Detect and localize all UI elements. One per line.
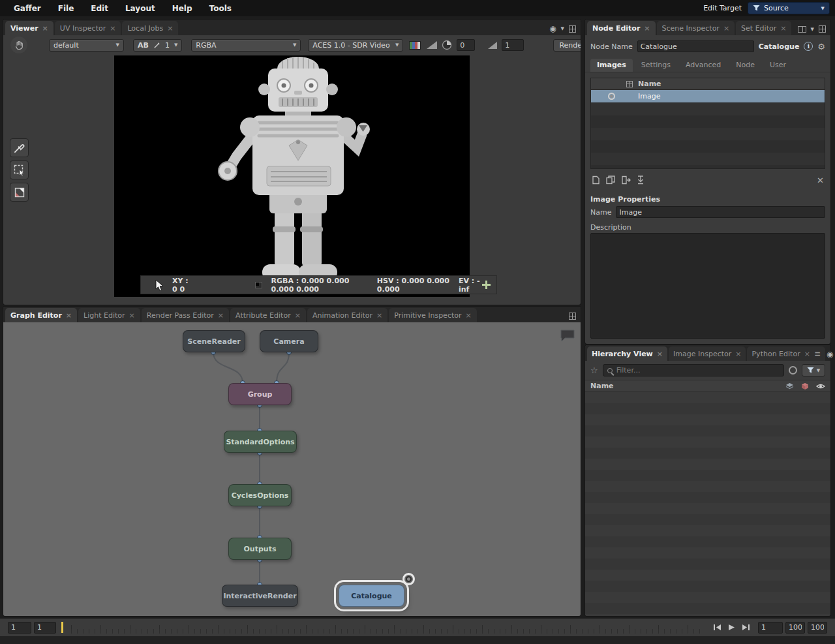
pan-tool-button[interactable] (10, 37, 27, 54)
frame-ruler[interactable] (71, 622, 705, 634)
split-layout-icon[interactable] (798, 26, 806, 33)
node-cyclesoptions[interactable]: CyclesOptions (228, 484, 292, 506)
export-image-icon[interactable] (621, 176, 631, 185)
subtab-images[interactable]: Images (590, 59, 633, 72)
close-icon[interactable]: × (644, 25, 650, 32)
image-row-selected[interactable]: Image (591, 90, 825, 102)
subtab-settings[interactable]: Settings (635, 59, 677, 72)
graph-canvas[interactable]: SceneReader Camera Group StandardOptions… (3, 322, 581, 616)
gamma-gradient-icon[interactable] (488, 42, 497, 49)
channels-select[interactable]: RGBA▼ (191, 39, 301, 52)
menu-tools[interactable]: Tools (201, 4, 240, 13)
new-image-icon[interactable] (592, 176, 600, 185)
geometry-column-icon[interactable] (785, 382, 794, 390)
add-readout-icon[interactable] (482, 281, 489, 289)
close-icon[interactable]: × (735, 350, 741, 358)
close-icon[interactable]: × (723, 25, 729, 32)
skip-to-start-button[interactable] (712, 622, 723, 633)
node-name-field[interactable] (637, 40, 754, 52)
extract-image-icon[interactable] (637, 176, 645, 185)
annotation-bubble-icon[interactable] (560, 329, 575, 342)
compare-index-button[interactable]: 1 (165, 41, 170, 50)
timeline-start2-field[interactable] (34, 622, 56, 634)
tab-hierarchy-view[interactable]: Hierarchy View× (587, 346, 667, 361)
exposure-gradient-icon[interactable] (427, 41, 437, 49)
tab-primitive-inspector[interactable]: Primitive Inspector× (389, 308, 476, 322)
render-button[interactable]: Render (553, 39, 581, 52)
menu-help[interactable]: Help (164, 4, 201, 13)
tab-local-jobs[interactable]: Local Jobs× (122, 21, 178, 35)
close-icon[interactable]: × (110, 25, 115, 32)
tab-light-editor[interactable]: Light Editor× (78, 308, 140, 322)
close-icon[interactable]: × (42, 25, 48, 32)
current-frame-field[interactable] (758, 622, 783, 634)
color-picker-tool[interactable] (10, 138, 29, 157)
close-icon[interactable]: × (218, 312, 224, 319)
layout-grid-icon[interactable] (569, 313, 576, 320)
tab-attribute-editor[interactable]: Attribute Editor× (230, 308, 306, 322)
close-icon[interactable]: × (129, 312, 135, 319)
exposure-field[interactable] (457, 39, 475, 51)
render-column-icon[interactable] (801, 382, 809, 390)
tab-render-pass-editor[interactable]: Render Pass Editor× (142, 308, 229, 322)
subtab-advanced[interactable]: Advanced (679, 59, 727, 72)
close-icon[interactable]: × (804, 350, 810, 358)
ab-compare-button[interactable]: AB (138, 41, 149, 50)
filter-mode-button[interactable]: ▼ (802, 364, 825, 376)
tab-image-inspector[interactable]: Image Inspector× (669, 346, 746, 361)
histogram-tool[interactable] (10, 183, 29, 202)
node-camera[interactable]: Camera (260, 330, 318, 352)
edit-target-selector[interactable]: Source ▼ (748, 2, 830, 14)
node-catalogue-selected[interactable]: Catalogue (339, 585, 404, 607)
refresh-icon[interactable] (789, 366, 797, 375)
view-select[interactable]: default▼ (49, 39, 124, 52)
chevron-down-icon[interactable]: ▼ (811, 27, 814, 32)
node-scenereader[interactable]: SceneReader (183, 330, 245, 352)
tab-scene-inspector[interactable]: Scene Inspector× (657, 21, 735, 35)
filter-search-box[interactable] (603, 364, 784, 376)
gear-icon[interactable]: ⚙ (817, 42, 825, 51)
tab-animation-editor[interactable]: Animation Editor× (307, 308, 387, 322)
subtab-user[interactable]: User (763, 59, 793, 72)
bookmark-star-icon[interactable]: ☆ (590, 366, 598, 375)
menu-layout[interactable]: Layout (117, 4, 164, 13)
gamma-field[interactable] (502, 39, 524, 51)
menu-edit[interactable]: Edit (82, 4, 117, 13)
close-icon[interactable]: × (66, 312, 72, 319)
menu-gaffer[interactable]: Gaffer (5, 4, 50, 13)
filter-input[interactable] (616, 366, 780, 375)
tab-graph-editor[interactable]: Graph Editor× (5, 308, 77, 322)
close-icon[interactable]: × (167, 25, 173, 32)
node-interactiverender[interactable]: InteractiveRender (222, 585, 298, 607)
tab-uv-inspector[interactable]: UV Inspector× (55, 21, 121, 35)
image-name-field[interactable] (616, 206, 825, 218)
remove-image-icon[interactable]: ✕ (817, 176, 824, 185)
node-outputs[interactable]: Outputs (228, 538, 292, 560)
close-icon[interactable]: × (657, 350, 663, 358)
playhead[interactable] (61, 622, 63, 633)
layout-grid-icon[interactable] (569, 25, 576, 33)
timeline-end2-field[interactable] (808, 622, 827, 634)
image-description-field[interactable] (590, 233, 825, 339)
close-icon[interactable]: × (376, 312, 382, 319)
color-bars-icon[interactable] (409, 41, 421, 50)
pin-editor-icon[interactable]: ◉ (549, 25, 556, 33)
tab-node-editor[interactable]: Node Editor× (587, 21, 656, 35)
close-icon[interactable]: × (466, 312, 472, 319)
display-transform-select[interactable]: ACES 1.0 - SDR Video▼ (308, 39, 403, 52)
tab-overflow-menu-icon[interactable]: ≡ (814, 350, 821, 358)
menu-file[interactable]: File (50, 4, 83, 13)
select-tool[interactable] (10, 161, 29, 179)
close-icon[interactable]: × (295, 312, 301, 319)
wedge-icon[interactable] (153, 42, 160, 49)
skip-to-end-button[interactable] (740, 622, 752, 633)
duplicate-image-icon[interactable] (606, 176, 615, 185)
clipping-indicator-icon[interactable] (442, 40, 452, 50)
visibility-eye-icon[interactable] (816, 383, 825, 390)
timeline-end-field[interactable] (785, 622, 805, 634)
viewport[interactable] (114, 55, 470, 297)
timeline-start-field[interactable] (8, 622, 31, 634)
close-icon[interactable]: × (780, 25, 786, 32)
tab-set-editor[interactable]: Set Editor× (736, 21, 791, 35)
node-group[interactable]: Group (228, 383, 292, 405)
